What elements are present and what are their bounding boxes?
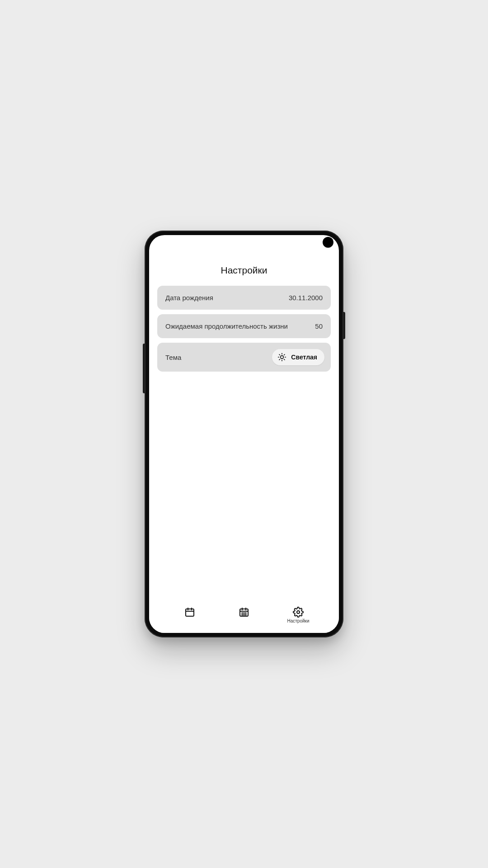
svg-point-21: [244, 614, 244, 615]
setting-lifespan[interactable]: Ожидаемая продолжительность жизни 50: [157, 314, 331, 338]
svg-point-19: [245, 613, 246, 613]
svg-point-18: [244, 613, 244, 613]
calendar-day-icon: [184, 607, 195, 618]
nav-label: Настройки: [287, 618, 309, 624]
svg-point-17: [242, 613, 243, 613]
setting-birthdate-value: 30.11.2000: [289, 294, 323, 302]
nav-settings[interactable]: Настройки: [282, 607, 314, 624]
svg-rect-9: [186, 609, 194, 616]
calendar-month-icon: [239, 607, 249, 618]
sun-icon: [277, 353, 286, 362]
camera-cutout: [323, 237, 333, 248]
device-frame: Настройки Дата рождения 30.11.2000 Ожида…: [145, 231, 343, 637]
setting-birthdate-label: Дата рождения: [165, 294, 213, 302]
svg-point-23: [297, 611, 300, 613]
svg-point-0: [281, 356, 284, 359]
status-bar: [149, 235, 339, 255]
theme-toggle-label: Светлая: [291, 354, 317, 361]
page-title: Настройки: [157, 265, 331, 276]
setting-lifespan-value: 50: [315, 322, 323, 330]
setting-lifespan-label: Ожидаемая продолжительность жизни: [165, 322, 288, 330]
screen: Настройки Дата рождения 30.11.2000 Ожида…: [149, 235, 339, 633]
nav-calendar-day[interactable]: [174, 607, 206, 624]
bottom-nav: Настройки: [149, 600, 339, 633]
svg-line-3: [279, 354, 280, 355]
settings-content: Настройки Дата рождения 30.11.2000 Ожида…: [149, 255, 339, 600]
svg-line-7: [279, 359, 280, 360]
gear-icon: [293, 607, 304, 618]
svg-point-20: [242, 614, 243, 615]
svg-line-4: [284, 359, 285, 360]
theme-toggle[interactable]: Светлая: [272, 349, 324, 365]
nav-calendar-month[interactable]: [228, 607, 260, 624]
setting-theme-label: Тема: [165, 354, 181, 361]
setting-theme[interactable]: Тема: [157, 343, 331, 372]
svg-line-8: [284, 354, 285, 355]
setting-birthdate[interactable]: Дата рождения 30.11.2000: [157, 286, 331, 310]
svg-point-22: [245, 614, 246, 615]
